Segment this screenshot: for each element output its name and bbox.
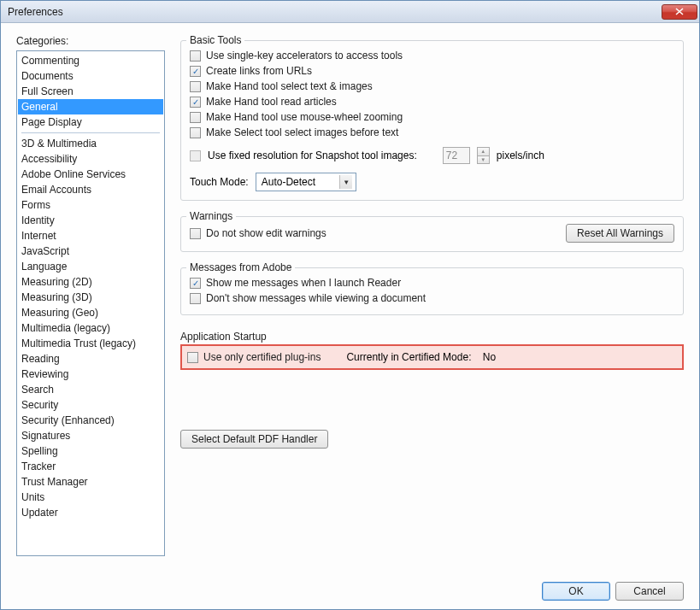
certified-plugins-checkbox[interactable] — [187, 352, 198, 363]
warnings-checkbox[interactable] — [190, 228, 201, 239]
category-item[interactable]: Units — [18, 490, 163, 505]
group-title-basic-tools: Basic Tools — [186, 34, 244, 46]
checkbox[interactable] — [190, 127, 201, 138]
group-messages: Messages from Adobe ✓Show me messages wh… — [180, 267, 684, 315]
certified-mode-value: No — [483, 351, 496, 363]
category-item[interactable]: Accessibility — [18, 151, 163, 167]
basic-tools-option: Make Select tool select images before te… — [190, 125, 674, 140]
category-item[interactable]: Documents — [18, 68, 163, 84]
option-label: Use single-key accelerators to access to… — [206, 50, 403, 62]
close-button[interactable] — [662, 4, 697, 20]
basic-tools-option: Make Hand tool select text & images — [190, 79, 674, 94]
certified-plugins-label: Use only certified plug-ins — [203, 351, 321, 363]
warnings-opt-label: Do not show edit warnings — [206, 227, 326, 239]
preferences-window: Preferences Categories: CommentingDocume… — [0, 0, 700, 610]
category-item[interactable]: Email Accounts — [18, 182, 163, 197]
category-item[interactable]: Reviewing — [18, 367, 163, 382]
basic-tools-option: Use single-key accelerators to access to… — [190, 48, 674, 63]
category-item[interactable]: Adobe Online Services — [18, 167, 163, 182]
group-title-app-startup: Application Startup — [180, 331, 267, 343]
category-item[interactable]: Measuring (3D) — [18, 290, 163, 305]
category-item[interactable]: Security — [18, 397, 163, 413]
checkbox[interactable] — [190, 112, 201, 123]
touch-mode-combo[interactable]: Auto-Detect ▼ — [256, 173, 356, 191]
snapshot-unit: pixels/inch — [497, 150, 544, 161]
category-item[interactable]: Measuring (2D) — [18, 274, 163, 290]
category-item[interactable]: Updater — [18, 505, 163, 520]
option-label: Make Hand tool use mouse-wheel zooming — [206, 111, 403, 123]
category-item[interactable]: Language — [18, 259, 163, 274]
touch-mode-label: Touch Mode: — [190, 176, 249, 188]
certified-mode-label: Currently in Certified Mode: — [346, 351, 471, 363]
category-item[interactable]: Internet — [18, 228, 163, 243]
option-label: Make Select tool select images before te… — [206, 126, 398, 138]
option-label: Make Hand tool read articles — [206, 96, 337, 108]
snapshot-spinner: ▲ ▼ — [477, 147, 490, 164]
content-area: Categories: CommentingDocumentsFull Scre… — [1, 23, 699, 573]
messages-option: ✓Show me messages when I launch Reader — [190, 275, 674, 290]
group-title-warnings: Warnings — [186, 210, 236, 222]
checkbox[interactable] — [190, 81, 201, 92]
category-item[interactable]: General — [18, 99, 163, 114]
category-item[interactable]: Forms — [18, 197, 163, 213]
category-item[interactable]: Multimedia (legacy) — [18, 320, 163, 336]
option-label: Don't show messages while viewing a docu… — [206, 292, 426, 304]
chevron-down-icon: ▼ — [339, 175, 352, 189]
footer: OK Cancel — [1, 573, 699, 609]
settings-panel: Basic Tools Use single-key accelerators … — [180, 35, 684, 565]
category-item[interactable]: Spelling — [18, 443, 163, 459]
basic-tools-option: ✓Create links from URLs — [190, 63, 674, 79]
select-default-pdf-handler-button[interactable]: Select Default PDF Handler — [180, 430, 328, 449]
spinner-down-icon: ▼ — [478, 156, 489, 164]
ok-button[interactable]: OK — [542, 582, 610, 601]
cancel-button[interactable]: Cancel — [615, 582, 684, 601]
category-separator — [21, 132, 160, 133]
snapshot-label: Use fixed resolution for Snapshot tool i… — [208, 150, 417, 161]
checkbox[interactable] — [190, 293, 201, 304]
category-item[interactable]: Page Display — [18, 114, 163, 130]
option-label: Create links from URLs — [206, 65, 312, 77]
group-title-messages: Messages from Adobe — [186, 261, 295, 273]
basic-tools-option: ✓Make Hand tool read articles — [190, 94, 674, 109]
option-label: Make Hand tool select text & images — [206, 80, 373, 92]
messages-option: Don't show messages while viewing a docu… — [190, 290, 674, 306]
category-item[interactable]: Commenting — [18, 53, 163, 68]
certified-plugins-highlight: Use only certified plug-ins Currently in… — [180, 344, 684, 370]
category-item[interactable]: JavaScript — [18, 243, 163, 259]
category-item[interactable]: Measuring (Geo) — [18, 305, 163, 320]
categories-panel: Categories: CommentingDocumentsFull Scre… — [16, 35, 165, 565]
category-item[interactable]: Full Screen — [18, 84, 163, 99]
snapshot-checkbox[interactable] — [190, 150, 201, 161]
touch-mode-row: Touch Mode: Auto-Detect ▼ — [190, 173, 674, 191]
option-label: Show me messages when I launch Reader — [206, 277, 401, 289]
window-title: Preferences — [8, 6, 662, 18]
category-item[interactable]: Identity — [18, 213, 163, 228]
group-app-startup: Application Startup Use only certified p… — [180, 331, 684, 449]
category-item[interactable]: Trust Manager — [18, 474, 163, 490]
titlebar: Preferences — [1, 1, 699, 23]
basic-tools-option: Make Hand tool use mouse-wheel zooming — [190, 109, 674, 125]
close-icon — [675, 8, 684, 15]
category-item[interactable]: Security (Enhanced) — [18, 413, 163, 428]
category-item[interactable]: Reading — [18, 351, 163, 367]
category-item[interactable]: Multimedia Trust (legacy) — [18, 336, 163, 351]
snapshot-row: Use fixed resolution for Snapshot tool i… — [190, 147, 674, 164]
group-basic-tools: Basic Tools Use single-key accelerators … — [180, 40, 684, 201]
touch-mode-value: Auto-Detect — [262, 176, 315, 188]
group-warnings: Warnings Do not show edit warnings Reset… — [180, 216, 684, 252]
reset-warnings-button[interactable]: Reset All Warnings — [566, 224, 674, 243]
spinner-up-icon: ▲ — [478, 148, 489, 156]
category-item[interactable]: Tracker — [18, 459, 163, 474]
checkbox[interactable]: ✓ — [190, 97, 201, 108]
checkbox[interactable]: ✓ — [190, 278, 201, 289]
categories-label: Categories: — [16, 35, 165, 47]
checkbox[interactable]: ✓ — [190, 66, 201, 77]
category-item[interactable]: 3D & Multimedia — [18, 136, 163, 151]
snapshot-value-input — [443, 147, 470, 164]
categories-list[interactable]: CommentingDocumentsFull ScreenGeneralPag… — [16, 50, 165, 556]
category-item[interactable]: Signatures — [18, 428, 163, 443]
category-item[interactable]: Search — [18, 382, 163, 397]
checkbox[interactable] — [190, 50, 201, 62]
